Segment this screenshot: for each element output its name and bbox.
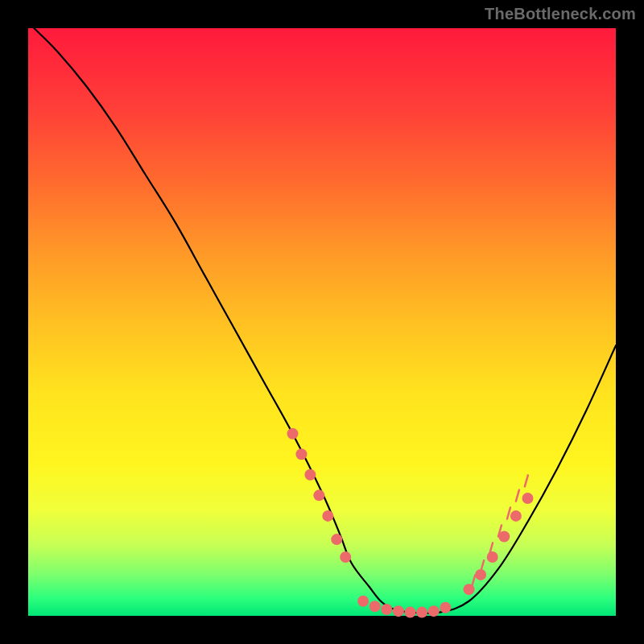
- marker-dot: [369, 601, 381, 612]
- marker-dot: [340, 551, 351, 563]
- marker-dot: [304, 469, 316, 481]
- marker-dot: [464, 584, 475, 595]
- marker-dot: [440, 602, 451, 613]
- chart-svg: [28, 28, 616, 616]
- chart-frame: TheBottleneck.com: [0, 0, 644, 644]
- marker-dot: [475, 569, 486, 580]
- marker-dot: [322, 510, 333, 522]
- marker-tassel: [516, 490, 519, 502]
- watermark-text: TheBottleneck.com: [485, 5, 636, 23]
- marker-dot: [498, 530, 510, 542]
- marker-dot: [295, 448, 307, 460]
- marker-dot: [522, 493, 534, 504]
- marker-tassel: [525, 475, 528, 486]
- marker-tassel: [507, 508, 510, 519]
- marker-dot: [357, 596, 369, 607]
- marker-dot: [331, 534, 342, 545]
- marker-dot: [510, 510, 522, 522]
- marker-dot: [405, 607, 416, 618]
- marker-dot: [381, 604, 392, 615]
- marker-tassel: [472, 576, 475, 587]
- marker-dots: [287, 428, 534, 618]
- marker-dot: [313, 489, 324, 501]
- marker-dot: [428, 605, 440, 617]
- marker-dot: [393, 605, 404, 617]
- marker-dot: [287, 428, 299, 440]
- bottleneck-curve: [34, 28, 616, 613]
- marker-dot: [416, 607, 427, 618]
- plot-area: [28, 28, 616, 616]
- marker-dot: [487, 551, 498, 563]
